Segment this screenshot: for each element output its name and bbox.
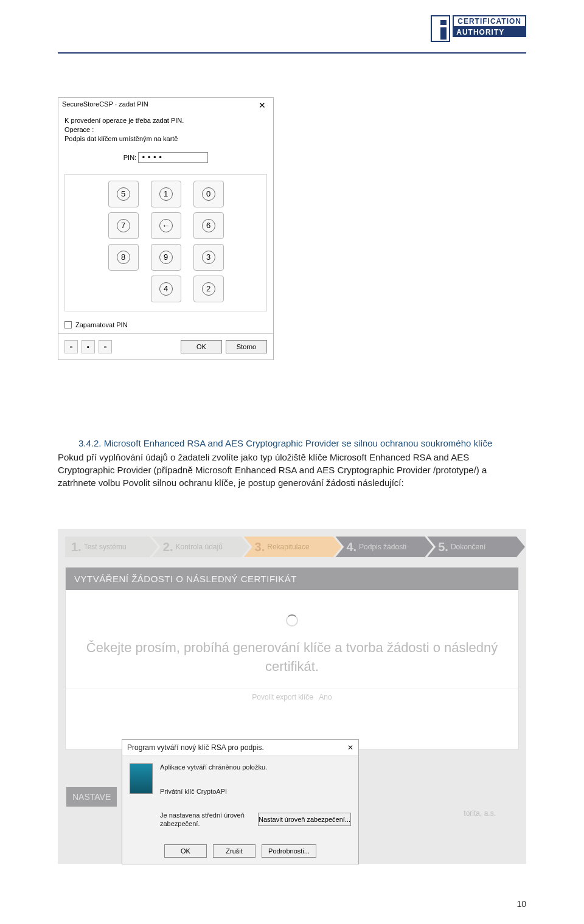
pin-dialog-title: SecureStoreCSP - zadat PIN: [62, 100, 148, 110]
header-logo: CERTIFICATION AUTHORITY: [431, 15, 526, 42]
step-1[interactable]: 1.Test systému: [65, 537, 158, 557]
footer-icon-2[interactable]: ▪: [82, 340, 95, 353]
logo-i-icon: [431, 15, 450, 42]
cancel-button[interactable]: Storno: [226, 340, 267, 353]
keypad-1[interactable]: 1: [151, 181, 181, 207]
section-body: Pokud pří vyplňování údajů o žadateli zv…: [58, 451, 526, 489]
rsa-line1: Aplikace vytváří chráněnou položku.: [160, 763, 351, 771]
pin-info-line3: Podpis dat klíčem umístěným na kartě: [64, 134, 267, 144]
document-section: 3.4.2. Microsoft Enhanced RSA and AES Cr…: [58, 438, 526, 489]
keypad-back[interactable]: ←: [151, 212, 181, 239]
keypad-7[interactable]: 7: [108, 212, 139, 239]
section-title: Microsoft Enhanced RSA and AES Cryptogra…: [104, 438, 493, 448]
pin-label: PIN:: [123, 154, 136, 161]
keypad-5[interactable]: 5: [108, 181, 139, 207]
step-5[interactable]: 5.Dokončení: [427, 537, 525, 557]
section-number: 3.4.2.: [78, 438, 102, 448]
keypad-4[interactable]: 4: [151, 276, 181, 302]
nastave-fragment: NASTAVE: [66, 787, 117, 807]
logo-certification: CERTIFICATION: [453, 15, 526, 27]
page-number: 10: [516, 899, 526, 909]
pin-info-line2: Operace :: [64, 125, 267, 134]
ok-button[interactable]: OK: [181, 340, 222, 353]
pin-input[interactable]: [138, 152, 208, 163]
torita-fragment: torita, a.s.: [464, 809, 496, 818]
logo-authority: AUTHORITY: [453, 27, 526, 37]
rsa-dialog: Program vytváří nový klíč RSA pro podpis…: [122, 739, 359, 864]
keypad-3[interactable]: 3: [193, 244, 224, 271]
panel-title: VYTVÁŘENÍ ŽÁDOSTI O NÁSLEDNÝ CERTIFIKÁT: [66, 568, 518, 590]
close-icon[interactable]: ✕: [347, 743, 353, 752]
pin-keypad: 5 1 0 7 ← 6 8 9 3 4 2: [105, 181, 227, 302]
keypad-0[interactable]: 0: [193, 181, 224, 207]
rsa-security-text: Je nastavena střední úroveň zabezpečení.: [160, 811, 252, 828]
pin-info-line1: K provedení operace je třeba zadat PIN.: [64, 116, 267, 125]
step-4[interactable]: 4.Podpis žádosti: [335, 537, 433, 557]
wait-message: Čekejte prosím, probíhá generování klíče…: [84, 639, 500, 676]
rsa-line2: Privátní klíč CryptoAPI: [160, 788, 351, 795]
keypad-6[interactable]: 6: [193, 212, 224, 239]
spinner-icon: [286, 614, 298, 627]
key-icon: [130, 763, 153, 794]
wizard-steps: 1.Test systému 2.Kontrola údajů 3.Rekapi…: [65, 537, 519, 557]
keypad-8[interactable]: 8: [108, 244, 139, 271]
rsa-ok-button[interactable]: OK: [164, 844, 207, 858]
keypad-2[interactable]: 2: [193, 276, 224, 302]
remember-pin-checkbox[interactable]: Zapamatovat PIN: [64, 321, 128, 328]
close-icon[interactable]: ✕: [255, 100, 269, 110]
sub-value: Ano: [319, 693, 332, 701]
pin-dialog: SecureStoreCSP - zadat PIN ✕ K provedení…: [58, 97, 274, 360]
sub-label: Povolit export klíče: [252, 693, 313, 701]
footer-icon-1[interactable]: ▫: [64, 340, 78, 353]
step-3[interactable]: 3.Rekapitulace: [244, 537, 342, 557]
rsa-details-button[interactable]: Podrobnosti...: [262, 844, 316, 858]
header-divider: [58, 52, 526, 54]
set-security-level-button[interactable]: Nastavit úroveň zabezpečení...: [258, 813, 351, 826]
footer-icon-3[interactable]: ▫: [99, 340, 112, 353]
keypad-9[interactable]: 9: [151, 244, 181, 271]
rsa-dialog-title: Program vytváří nový klíč RSA pro podpis…: [127, 743, 264, 752]
step-2[interactable]: 2.Kontrola údajů: [152, 537, 250, 557]
rsa-cancel-button[interactable]: Zrušit: [213, 844, 255, 858]
remember-pin-label: Zapamatovat PIN: [75, 321, 128, 328]
